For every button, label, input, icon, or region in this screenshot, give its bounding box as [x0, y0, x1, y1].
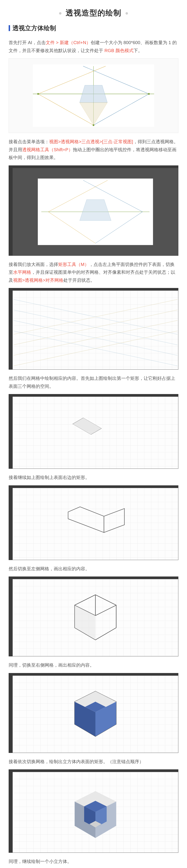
step-2-text: 接着点击菜单选项：视图>透视网格>三点透视>[三点-正常视图]，得到三点透视网格…	[0, 135, 187, 165]
step-5-text: 接着继续如上图绘制上表面右边的矩形。	[0, 470, 187, 485]
text-fragment: 接着点击菜单选项：	[9, 139, 49, 144]
text-fragment: 水平网格	[13, 270, 31, 275]
text-fragment: 文件 > 新建（Ctrl+N）	[46, 40, 91, 45]
text-fragment: 同理，继续绘制一个小立方体。	[9, 859, 72, 864]
svg-marker-7	[80, 102, 107, 125]
figure-left-face	[9, 577, 178, 656]
svg-marker-6	[80, 85, 107, 102]
svg-marker-26	[68, 507, 104, 532]
section-title-perspective-cube: 透视立方体绘制	[0, 25, 187, 36]
step-3-text: 接着我们放大画面，选择矩形工具（M），点击左上角平面切换控件的下表面，切换至水平…	[0, 257, 187, 288]
text-fragment: 然后切换至左侧网格，画出相应的内容。	[9, 566, 90, 571]
svg-line-31	[96, 605, 116, 616]
figure-top-rects	[9, 485, 178, 560]
step-8-text: 接着依次切换网格，绘制出立方体内表面的矩形。（注意锚点顺序）	[0, 755, 187, 770]
text-fragment: 然后我们在网格中绘制相应的内容。首先如上图绘制出第一个矩形，让它刚好占据上表面三…	[9, 376, 175, 389]
text-fragment: 接着继续如上图绘制上表面右边的矩形。	[9, 475, 90, 480]
text-fragment: 透视网格工具（Shift+P）	[22, 147, 73, 152]
svg-point-10	[92, 124, 95, 126]
text-fragment: 同理，切换至右侧网格，画出相应的内容。	[9, 662, 94, 668]
text-fragment: 视图>透视网格>对齐网格	[13, 278, 63, 283]
figure-both-faces	[9, 673, 178, 753]
text-fragment: RGB 颜色模式	[104, 48, 134, 53]
svg-point-8	[37, 93, 39, 95]
svg-point-9	[148, 93, 150, 95]
step-7-text: 同理，切换至右侧网格，画出相应的内容。	[0, 658, 187, 673]
text-fragment: 接着依次切换网格，绘制出立方体内表面的矩形。（注意锚点顺序）	[9, 759, 144, 764]
figure-ai-screenshot-grid	[9, 165, 178, 256]
figure-perspective-grid	[9, 58, 178, 133]
step-9-text: 同理，继续绘制一个小立方体。	[0, 855, 187, 868]
text-fragment: 下。	[134, 48, 143, 53]
step-1-text: 首先打开 AI，点击文件 > 新建（Ctrl+N）创建一个大小为 800*600…	[0, 36, 187, 58]
svg-marker-32	[75, 605, 96, 640]
text-fragment: 处于开启状态。	[63, 278, 95, 283]
text-fragment: 矩形工具（M）	[58, 262, 89, 267]
figure-inner-faces	[9, 769, 178, 853]
figure-zoomed-grid	[9, 288, 178, 370]
figure-first-rect	[9, 394, 178, 469]
svg-marker-27	[104, 508, 124, 532]
text-fragment: 首先打开 AI，点击	[9, 40, 46, 45]
step-4-text: 然后我们在网格中绘制相应的内容。首先如上图绘制出第一个矩形，让它刚好占据上表面三…	[0, 371, 187, 394]
text-fragment: 视图>透视网格>三点透视>[三点-正常视图]	[49, 139, 133, 144]
text-fragment: 接着我们放大画面，选择	[9, 262, 58, 267]
main-title: 透视造型的绘制	[0, 0, 187, 25]
step-6-text: 然后切换至左侧网格，画出相应的内容。	[0, 562, 187, 577]
